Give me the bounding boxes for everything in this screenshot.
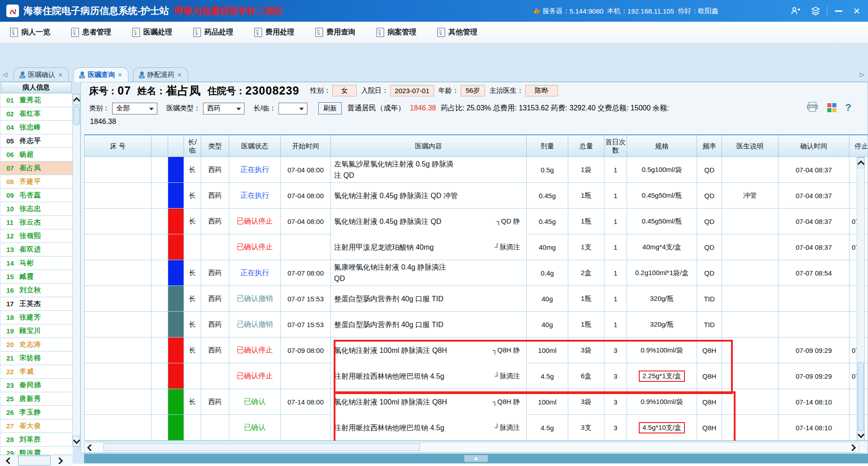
cell-spec[interactable]: 2.25g*1支/盒 (627, 363, 697, 389)
cell-type[interactable]: 西药 (201, 389, 229, 415)
menu-item-6[interactable]: 病案管理 (376, 28, 416, 37)
cell-order-content[interactable]: 氯化钠注射液 0.45g 静脉滴注 QD ┐QD 静 (331, 209, 527, 234)
pager-left-icon[interactable] (6, 457, 13, 464)
tab-scroll-left-icon[interactable]: ◁ (3, 71, 7, 78)
help-icon[interactable]: ? (845, 102, 851, 114)
cell-dose[interactable]: 40g (527, 312, 568, 338)
cell-status[interactable]: 已确认停止 (229, 234, 281, 260)
cell-confirm-time[interactable]: 07-09 09:29 (778, 338, 849, 363)
patient-item-02[interactable]: 02崔红革 (0, 107, 73, 121)
patient-item-22[interactable]: 22李威 (0, 365, 73, 379)
tab-2[interactable]: 静配退药 ✕ (133, 67, 188, 81)
patient-item-11[interactable]: 11张云杰 (0, 216, 73, 229)
cell-order-content[interactable]: 整蛋白型肠内营养剂 40g 口服 TID (331, 286, 527, 312)
cell-dose[interactable]: 4.5g (527, 415, 568, 441)
menu-item-1[interactable]: 患者管理 (71, 28, 111, 37)
patient-item-17[interactable]: 17王英杰 (0, 297, 73, 311)
cell-doctor-note[interactable] (722, 415, 778, 441)
cell-first-day-count[interactable]: 1 (604, 157, 627, 183)
cell-confirm-time[interactable]: 07-04 08:37 (778, 157, 849, 183)
cell-start-time[interactable]: 07-09 08:00 (281, 338, 331, 363)
cell-spec[interactable]: 4.5g*10支/盒 (627, 415, 697, 441)
scroll-right-button[interactable] (848, 442, 859, 452)
cell-dose[interactable]: 100ml (527, 389, 568, 415)
print-icon[interactable] (807, 101, 818, 114)
cell-start-time[interactable]: 07-07 08:00 (281, 260, 331, 286)
patient-item-15[interactable]: 15臧霞 (0, 270, 73, 284)
cell-start-time[interactable]: 07-04 08:00 (281, 157, 331, 183)
cell-longterm[interactable]: 长 (184, 209, 201, 234)
cell-doctor-note[interactable] (722, 157, 778, 183)
cell-doctor-note[interactable] (722, 209, 778, 234)
cell-dose[interactable]: 100ml (527, 338, 568, 363)
patient-item-21[interactable]: 21宋纺棉 (0, 352, 73, 365)
cell-start-time[interactable]: 07-04 08:00 (281, 183, 331, 209)
cell-type[interactable]: 西药 (201, 260, 229, 286)
table-vertical-scrollbar[interactable] (857, 157, 865, 441)
cell-total[interactable]: 3袋 (568, 338, 604, 363)
cell-bed[interactable] (85, 389, 151, 415)
cell-order-content[interactable]: 氯化钠注射液 100ml 静脉滴注 Q8H ┐Q8H 静 (331, 338, 527, 363)
minimize-button[interactable] (833, 5, 844, 17)
cell-dose[interactable]: 40mg (527, 234, 568, 260)
cell-total[interactable]: 3支 (568, 415, 604, 441)
patient-item-20[interactable]: 20史志涛 (0, 338, 73, 352)
cell-longterm[interactable]: 长 (184, 157, 201, 183)
patient-item-10[interactable]: 10张志忠 (0, 202, 73, 216)
patient-item-12[interactable]: 12张领熙 (0, 229, 73, 243)
cell-doctor-note[interactable] (722, 312, 778, 338)
cell-select[interactable] (151, 234, 168, 260)
cell-bed[interactable] (85, 183, 151, 209)
cell-frequency[interactable]: Q8H (697, 363, 722, 389)
cell-doctor-note[interactable] (722, 389, 778, 415)
cell-longterm[interactable] (184, 234, 201, 260)
patient-item-04[interactable]: 04张忠峰 (0, 121, 73, 134)
order-type-select[interactable]: 西药 (203, 103, 245, 114)
cell-order-content[interactable]: 整蛋白型肠内营养剂 40g 口服 TID (331, 312, 527, 338)
cell-bed[interactable] (85, 312, 151, 338)
pager-input[interactable] (18, 456, 51, 466)
cell-longterm[interactable]: 长 (184, 260, 201, 286)
scrollbar-track[interactable] (857, 168, 864, 430)
tab-1[interactable]: 医嘱查询 ✕ (73, 67, 128, 81)
cell-status[interactable]: 已确认撤销 (229, 312, 281, 338)
menu-item-5[interactable]: 费用查询 (315, 28, 355, 37)
cell-order-content[interactable]: 氯化钠注射液 100ml 静脉滴注 Q8H ┐Q8H 静 (331, 389, 527, 415)
patient-item-13[interactable]: 13崔双进 (0, 243, 73, 257)
cell-first-day-count[interactable]: 3 (604, 363, 627, 389)
layers-icon[interactable] (810, 5, 821, 17)
cell-status[interactable]: 已确认 (229, 415, 281, 441)
cell-type[interactable] (201, 363, 229, 389)
cell-spec[interactable]: 0.9%100ml/袋 (627, 389, 697, 415)
cell-dose[interactable]: 0.45g (527, 209, 568, 234)
patient-item-05[interactable]: 05佟志平 (0, 134, 73, 148)
cell-dose[interactable]: 0.5g (527, 157, 568, 183)
cell-spec[interactable]: 0.9%100ml/袋 (627, 338, 697, 363)
cell-select[interactable] (151, 363, 168, 389)
cell-status[interactable]: 正在执行 (229, 260, 281, 286)
cell-frequency[interactable]: QD (697, 183, 722, 209)
cell-longterm[interactable]: 长 (184, 389, 201, 415)
switch-user-icon[interactable] (790, 5, 802, 17)
cell-longterm[interactable] (184, 363, 201, 389)
cell-confirm-time[interactable]: 07-04 08:37 (778, 183, 849, 209)
tab-close-icon[interactable]: ✕ (177, 71, 182, 78)
scrollbar-thumb[interactable] (104, 443, 420, 451)
cell-start-time[interactable] (281, 363, 331, 389)
cell-order-content[interactable]: 注射用甲泼尼龙琥珀酸钠 40mg ┘脉滴注 (331, 234, 527, 260)
cell-frequency[interactable]: QD (697, 209, 722, 234)
cell-start-time[interactable]: 07-07 15:53 (281, 312, 331, 338)
cell-dose[interactable]: 40g (527, 286, 568, 312)
cell-type[interactable] (201, 415, 229, 441)
cell-select[interactable] (151, 312, 168, 338)
scroll-left-button[interactable] (85, 442, 95, 452)
cell-bed[interactable] (85, 363, 151, 389)
cell-total[interactable]: 1瓶 (568, 312, 604, 338)
patient-item-25[interactable]: 25唐新秀 (0, 392, 73, 406)
cell-doctor-note[interactable] (722, 363, 778, 389)
scrollbar-thumb[interactable] (858, 362, 864, 431)
patient-item-14[interactable]: 14马彬 (0, 257, 73, 270)
cell-start-time[interactable] (281, 415, 331, 441)
patient-item-28[interactable]: 28刘革胜 (0, 433, 73, 447)
cell-select[interactable] (151, 415, 168, 441)
